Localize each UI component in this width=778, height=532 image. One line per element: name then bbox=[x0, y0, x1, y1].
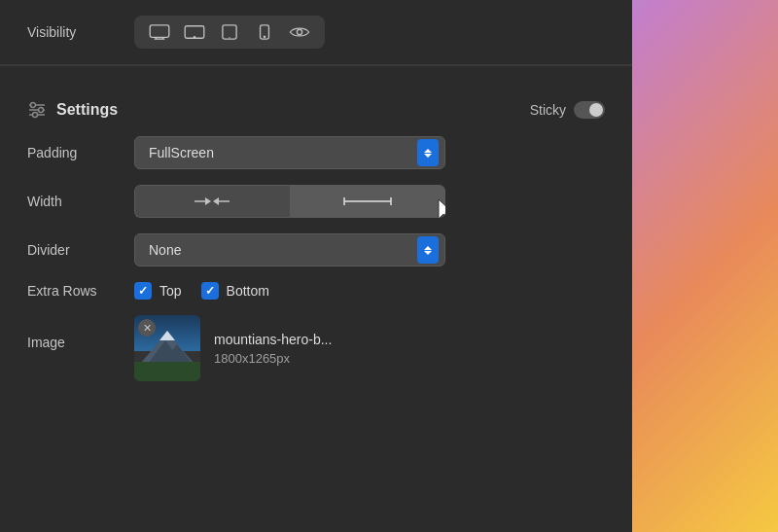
image-remove-button[interactable]: ✕ bbox=[138, 319, 156, 337]
top-label: Top bbox=[159, 283, 182, 299]
mountain-right bbox=[161, 344, 193, 364]
width-label: Width bbox=[27, 194, 134, 209]
divider-row: Divider None bbox=[27, 233, 605, 266]
svg-point-10 bbox=[297, 29, 301, 34]
extra-rows-label: Extra Rows bbox=[27, 283, 134, 299]
snow-cap bbox=[159, 331, 175, 340]
checkmark-icon: ✓ bbox=[138, 285, 148, 297]
svg-marker-24 bbox=[439, 199, 445, 218]
image-row: Image ✕ mountians-hero bbox=[27, 315, 605, 381]
visibility-icons-group bbox=[134, 16, 325, 49]
arrow-up-icon bbox=[424, 246, 432, 250]
divider-select[interactable]: None bbox=[134, 233, 445, 266]
divider-label: Divider bbox=[27, 242, 134, 258]
padding-value: FullScreen bbox=[149, 145, 214, 160]
phone-visibility-icon[interactable] bbox=[251, 21, 278, 43]
bottom-checkbox[interactable]: ✓ bbox=[201, 282, 219, 300]
padding-select[interactable]: FullScreen bbox=[134, 136, 445, 169]
settings-panel: Visibility bbox=[0, 0, 632, 532]
divider-value: None bbox=[149, 242, 181, 258]
image-size: 1800x1265px bbox=[214, 351, 332, 366]
arrow-down-icon bbox=[424, 251, 432, 255]
extra-rows-row: Extra Rows ✓ Top ✓ Bottom bbox=[27, 282, 605, 300]
visibility-label: Visibility bbox=[27, 24, 134, 40]
section-header: Settings Sticky bbox=[27, 101, 605, 119]
visibility-row: Visibility bbox=[0, 0, 632, 65]
svg-rect-0 bbox=[150, 25, 169, 37]
settings-section: Settings Sticky Padding FullScreen W bbox=[0, 84, 632, 416]
tablet-landscape-visibility-icon[interactable] bbox=[181, 21, 208, 43]
svg-point-9 bbox=[264, 36, 265, 37]
svg-marker-19 bbox=[213, 197, 219, 205]
mouse-cursor-icon bbox=[437, 197, 445, 218]
ground-layer bbox=[134, 362, 200, 381]
width-boxed-button[interactable] bbox=[134, 185, 290, 218]
close-icon: ✕ bbox=[143, 323, 152, 334]
sticky-label: Sticky bbox=[530, 102, 566, 118]
section-title-group: Settings bbox=[27, 101, 118, 119]
svg-point-16 bbox=[33, 113, 38, 118]
toggle-knob bbox=[589, 103, 603, 117]
width-row: Width bbox=[27, 185, 605, 218]
extra-rows-controls: ✓ Top ✓ Bottom bbox=[134, 282, 269, 300]
svg-point-14 bbox=[31, 103, 36, 108]
top-checkbox[interactable]: ✓ bbox=[134, 282, 152, 300]
bottom-checkbox-group: ✓ Bottom bbox=[201, 282, 269, 300]
padding-label: Padding bbox=[27, 145, 134, 160]
width-options bbox=[134, 185, 445, 218]
divider-select-arrow bbox=[417, 236, 439, 264]
width-full-button[interactable] bbox=[290, 185, 446, 218]
tablet-visibility-icon[interactable] bbox=[216, 21, 243, 43]
padding-row: Padding FullScreen bbox=[27, 136, 605, 169]
top-checkbox-group: ✓ Top bbox=[134, 282, 182, 300]
padding-select-arrow bbox=[417, 139, 439, 166]
eye-visibility-icon[interactable] bbox=[286, 21, 313, 43]
section-divider bbox=[0, 65, 632, 66]
arrow-up-icon bbox=[424, 149, 432, 153]
image-label: Image bbox=[27, 335, 134, 350]
settings-sliders-icon bbox=[27, 101, 47, 119]
sticky-group: Sticky bbox=[530, 101, 605, 119]
section-title: Settings bbox=[56, 101, 118, 119]
image-info: mountians-hero-b... 1800x1265px bbox=[214, 332, 332, 366]
svg-point-5 bbox=[194, 37, 194, 38]
svg-rect-6 bbox=[223, 25, 236, 39]
checkmark-icon: ✓ bbox=[205, 285, 215, 297]
bottom-label: Bottom bbox=[227, 283, 269, 299]
svg-marker-18 bbox=[205, 197, 211, 205]
svg-point-15 bbox=[39, 108, 44, 113]
width-toggle-group bbox=[134, 185, 445, 218]
sticky-toggle[interactable] bbox=[574, 101, 605, 119]
image-thumbnail: ✕ bbox=[134, 315, 200, 381]
arrow-down-icon bbox=[424, 154, 432, 158]
image-content: ✕ mountians-hero-b... 1800x1265px bbox=[134, 315, 332, 381]
image-name: mountians-hero-b... bbox=[214, 332, 332, 347]
desktop-visibility-icon[interactable] bbox=[146, 21, 173, 43]
